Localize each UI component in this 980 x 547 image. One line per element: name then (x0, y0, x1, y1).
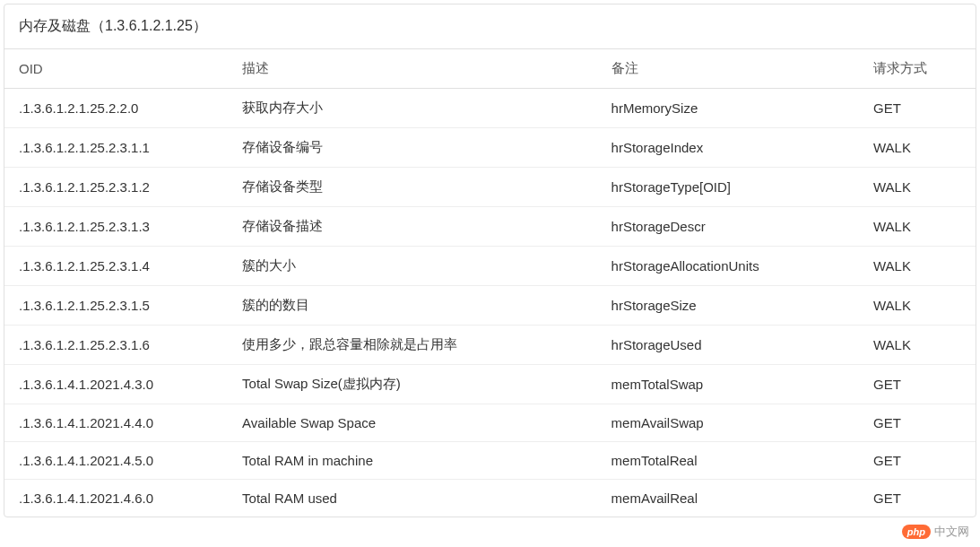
cell-oid: .1.3.6.1.2.1.25.2.3.1.6 (4, 326, 228, 365)
cell-note: hrStorageSize (597, 286, 859, 326)
cell-description: 簇的的数目 (228, 286, 597, 326)
cell-note: memTotalSwap (597, 365, 859, 404)
cell-description: Total Swap Size(虚拟内存) (228, 365, 597, 404)
table-row: .1.3.6.1.2.1.25.2.3.1.1 存储设备编号 hrStorage… (4, 128, 976, 168)
cell-oid: .1.3.6.1.2.1.25.2.3.1.4 (4, 247, 228, 286)
cell-description: 存储设备类型 (228, 168, 597, 207)
table-row: .1.3.6.1.4.1.2021.4.5.0 Total RAM in mac… (4, 442, 976, 480)
header-oid: OID (4, 49, 228, 89)
cell-note: memAvailSwap (597, 404, 859, 442)
header-description: 描述 (228, 49, 597, 89)
table-title: 内存及磁盘（1.3.6.1.2.1.25） (4, 4, 976, 49)
table-row: .1.3.6.1.2.1.25.2.3.1.6 使用多少，跟总容量相除就是占用率… (4, 326, 976, 365)
cell-oid: .1.3.6.1.4.1.2021.4.3.0 (4, 365, 228, 404)
table-row: .1.3.6.1.4.1.2021.4.4.0 Available Swap S… (4, 404, 976, 442)
cell-note: hrStorageAllocationUnits (597, 247, 859, 286)
table-row: .1.3.6.1.2.1.25.2.3.1.2 存储设备类型 hrStorage… (4, 168, 976, 207)
table-row: .1.3.6.1.2.1.25.2.3.1.4 簇的大小 hrStorageAl… (4, 247, 976, 286)
cell-method: WALK (859, 326, 976, 365)
cell-method: WALK (859, 286, 976, 326)
cell-method: WALK (859, 207, 976, 247)
cell-note: hrStorageUsed (597, 326, 859, 365)
header-note: 备注 (597, 49, 859, 89)
cell-method: GET (859, 89, 976, 128)
cell-method: GET (859, 480, 976, 517)
cell-description: 获取内存大小 (228, 89, 597, 128)
cell-description: Available Swap Space (228, 404, 597, 442)
cell-oid: .1.3.6.1.2.1.25.2.3.1.2 (4, 168, 228, 207)
cell-note: hrStorageDescr (597, 207, 859, 247)
snmp-oid-table: OID 描述 备注 请求方式 .1.3.6.1.2.1.25.2.2.0 获取内… (4, 49, 976, 517)
header-method: 请求方式 (859, 49, 976, 89)
table-row: .1.3.6.1.2.1.25.2.3.1.3 存储设备描述 hrStorage… (4, 207, 976, 247)
cell-oid: .1.3.6.1.2.1.25.2.2.0 (4, 89, 228, 128)
table-row: .1.3.6.1.4.1.2021.4.6.0 Total RAM used m… (4, 480, 976, 517)
table-row: .1.3.6.1.2.1.25.2.3.1.5 簇的的数目 hrStorageS… (4, 286, 976, 326)
cell-note: hrMemorySize (597, 89, 859, 128)
cell-oid: .1.3.6.1.4.1.2021.4.4.0 (4, 404, 228, 442)
table-row: .1.3.6.1.4.1.2021.4.3.0 Total Swap Size(… (4, 365, 976, 404)
cell-note: memTotalReal (597, 442, 859, 480)
snmp-oid-table-container: 内存及磁盘（1.3.6.1.2.1.25） OID 描述 备注 请求方式 .1.… (4, 4, 976, 517)
cell-description: 使用多少，跟总容量相除就是占用率 (228, 326, 597, 365)
table-header-row: OID 描述 备注 请求方式 (4, 49, 976, 89)
cell-method: GET (859, 404, 976, 442)
cell-oid: .1.3.6.1.2.1.25.2.3.1.3 (4, 207, 228, 247)
cell-method: WALK (859, 168, 976, 207)
cell-note: memAvailReal (597, 480, 859, 517)
cell-method: GET (859, 442, 976, 480)
cell-description: 簇的大小 (228, 247, 597, 286)
cell-description: 存储设备描述 (228, 207, 597, 247)
cell-oid: .1.3.6.1.4.1.2021.4.6.0 (4, 480, 228, 517)
cell-description: Total RAM in machine (228, 442, 597, 480)
cell-description: 存储设备编号 (228, 128, 597, 168)
cell-description: Total RAM used (228, 480, 597, 517)
cell-method: WALK (859, 247, 976, 286)
cell-oid: .1.3.6.1.2.1.25.2.3.1.5 (4, 286, 228, 326)
cell-method: GET (859, 365, 976, 404)
cell-oid: .1.3.6.1.4.1.2021.4.5.0 (4, 442, 228, 480)
cell-note: hrStorageIndex (597, 128, 859, 168)
cell-oid: .1.3.6.1.2.1.25.2.3.1.1 (4, 128, 228, 168)
cell-method: WALK (859, 128, 976, 168)
table-row: .1.3.6.1.2.1.25.2.2.0 获取内存大小 hrMemorySiz… (4, 89, 976, 128)
cell-note: hrStorageType[OID] (597, 168, 859, 207)
